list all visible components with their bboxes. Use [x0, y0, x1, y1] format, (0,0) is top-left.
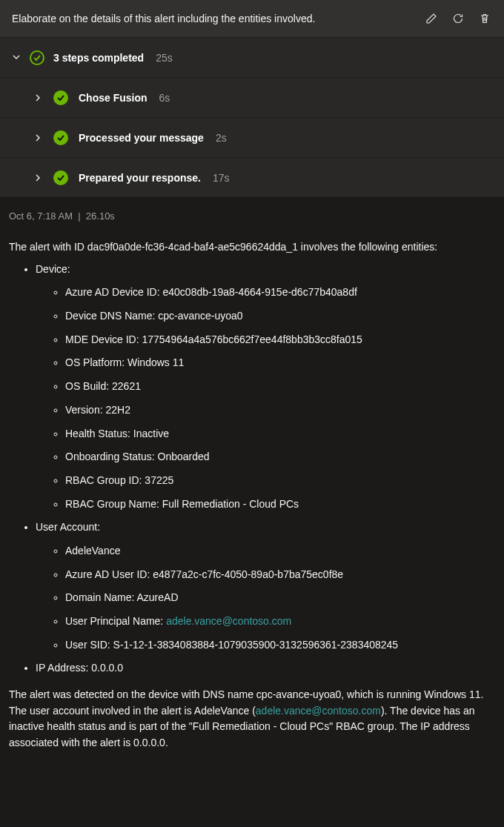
response-body: The alert with ID dac9f0a0de-fc36-4cad-b… [0, 226, 504, 766]
device-onboarding-status: Onboarding Status: Onboarded [65, 449, 495, 465]
response-elapsed: 26.10s [86, 210, 115, 222]
user-azure-ad-id: Azure AD User ID: e4877a2c-c7fc-4050-89a… [65, 567, 495, 583]
device-azure-ad-id: Azure AD Device ID: e40c08db-19a8-4664-9… [65, 285, 495, 301]
chevron-right-icon [33, 173, 43, 182]
header-actions [424, 11, 492, 26]
device-rbac-group-id: RBAC Group ID: 37225 [65, 473, 495, 489]
device-os-build: OS Build: 22621 [65, 379, 495, 395]
user-domain-name: Domain Name: AzureAD [65, 590, 495, 606]
device-mde-id: MDE Device ID: 17754964a4a576bc662f7ee44… [65, 332, 495, 348]
device-health-status: Health Status: Inactive [65, 426, 495, 442]
step-row[interactable]: Processed your message 2s [0, 117, 504, 157]
refresh-icon[interactable] [451, 11, 465, 26]
section-device: Device: Azure AD Device ID: e40c08db-19a… [36, 262, 495, 513]
check-circle-icon [53, 130, 68, 145]
section-device-label: Device: [36, 263, 70, 275]
chevron-down-icon [12, 52, 21, 64]
check-circle-icon [53, 170, 68, 185]
prompt-header: Elaborate on the details of this alert i… [0, 0, 504, 37]
section-user: User Account: AdeleVance Azure AD User I… [36, 519, 495, 653]
steps-completed-duration: 25s [156, 52, 173, 64]
check-circle-icon [30, 50, 44, 65]
response-meta: Oct 6, 7:18 AM | 26.10s [0, 197, 504, 226]
summary-paragraph: The alert was detected on the device wit… [9, 687, 495, 751]
device-os-platform: OS Platform: Windows 11 [65, 355, 495, 371]
step-row[interactable]: Prepared your response. 17s [0, 157, 504, 197]
chevron-right-icon [33, 93, 43, 102]
steps-completed-label: 3 steps completed [53, 52, 144, 64]
edit-icon[interactable] [424, 11, 439, 26]
step-label: Prepared your response. [79, 172, 201, 184]
section-ip: IP Address: 0.0.0.0 [36, 660, 495, 677]
step-row[interactable]: Chose Fusion 6s [0, 77, 504, 117]
intro-text: The alert with ID dac9f0a0de-fc36-4cad-b… [9, 239, 495, 256]
response-timestamp: Oct 6, 7:18 AM [9, 210, 73, 222]
device-rbac-group-name: RBAC Group Name: Full Remediation - Clou… [65, 496, 495, 513]
step-duration: 6s [159, 92, 170, 104]
device-version: Version: 22H2 [65, 402, 495, 419]
section-user-label: User Account: [36, 521, 100, 533]
device-dns-name: Device DNS Name: cpc-avance-uyoa0 [65, 308, 495, 325]
user-upn-link[interactable]: adele.vance@contoso.com [166, 615, 291, 627]
prompt-title: Elaborate on the details of this alert i… [12, 13, 315, 24]
chevron-right-icon [33, 133, 43, 142]
user-name: AdeleVance [65, 543, 495, 559]
step-label: Chose Fusion [79, 92, 147, 104]
steps-summary-row[interactable]: 3 steps completed 25s [0, 37, 504, 77]
user-upn: User Principal Name: adele.vance@contoso… [65, 614, 495, 630]
user-sid: User SID: S-1-12-1-3834083884-1079035900… [65, 637, 495, 654]
user-upn-label: User Principal Name: [65, 615, 166, 627]
check-circle-icon [53, 90, 68, 105]
step-duration: 17s [213, 172, 230, 184]
summary-email-link[interactable]: adele.vance@contoso.com [256, 705, 381, 717]
delete-icon[interactable] [477, 11, 492, 26]
step-duration: 2s [216, 132, 227, 144]
step-label: Processed your message [79, 132, 204, 144]
